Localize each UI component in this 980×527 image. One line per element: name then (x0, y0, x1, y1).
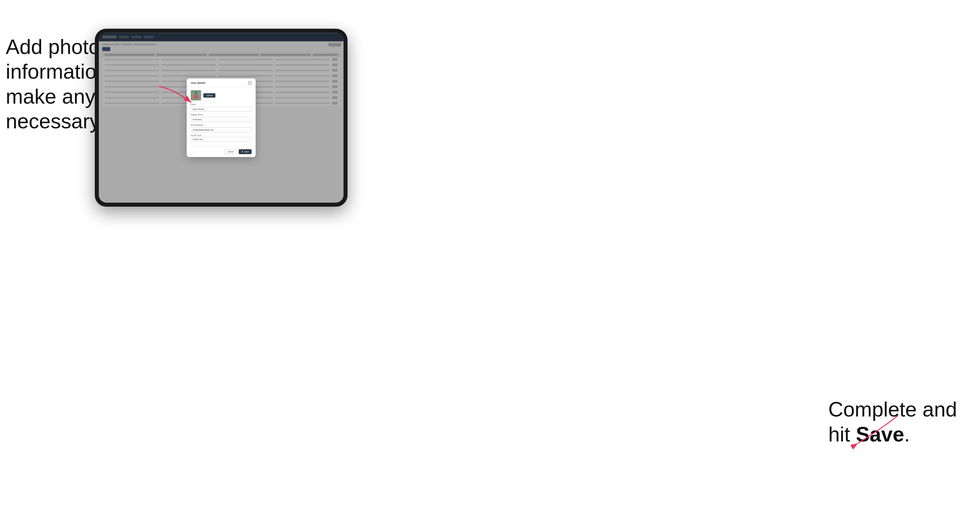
email-label: Email address (191, 124, 251, 126)
email-input[interactable] (191, 127, 251, 132)
upload-button[interactable]: Upload (204, 93, 215, 98)
modal-footer: Cancel ⬆ Save (187, 147, 256, 157)
school-year-field-group: School Year × ⌄ (191, 134, 251, 142)
arrow-right (851, 412, 902, 449)
photo-section: Upload (191, 90, 251, 100)
school-year-input[interactable] (191, 137, 251, 142)
name-field-group: Name (191, 103, 251, 112)
display-name-label: Display name (191, 114, 251, 116)
modal-body: Upload Name Display name Email addre (187, 87, 256, 147)
chevron-down-icon[interactable]: ⌄ (249, 139, 250, 140)
school-year-label: School Year (191, 134, 251, 137)
arrow-left (155, 83, 195, 109)
save-button[interactable]: ⬆ Save (239, 149, 251, 154)
user-details-modal: User details × Upload (187, 78, 256, 157)
email-field-group: Email address (191, 124, 251, 132)
name-label: Name (191, 103, 251, 105)
modal-overlay: User details × Upload (99, 33, 344, 203)
school-year-controls: × ⌄ (247, 138, 250, 140)
save-icon: ⬆ (242, 151, 243, 153)
modal-close-button[interactable]: × (248, 81, 251, 85)
modal-header: User details × (187, 78, 256, 87)
display-name-input[interactable] (191, 117, 251, 122)
display-name-field-group: Display name (191, 114, 251, 122)
cancel-button[interactable]: Cancel (224, 149, 237, 154)
tablet-frame: User details × Upload (95, 29, 348, 207)
school-year-wrapper: × ⌄ (191, 137, 251, 142)
tablet-screen: User details × Upload (99, 33, 344, 203)
name-input[interactable] (191, 107, 251, 112)
clear-school-year-button[interactable]: × (247, 138, 248, 140)
